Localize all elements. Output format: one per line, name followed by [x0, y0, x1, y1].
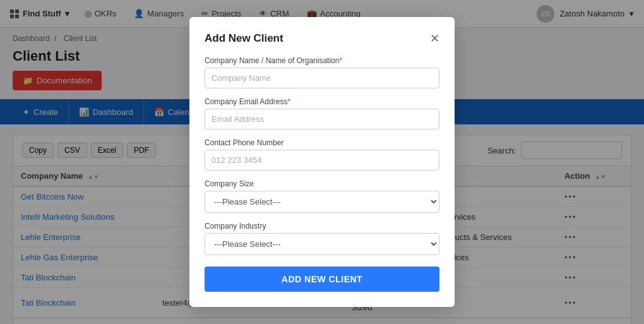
email-input[interactable]: [205, 109, 439, 129]
phone-group: Contact Phone Number: [205, 138, 439, 171]
size-label: Company Size: [205, 179, 439, 188]
modal-title: Add New Client: [205, 32, 283, 45]
industry-label: Company Industry: [205, 222, 439, 231]
modal-header: Add New Client ✕: [205, 32, 439, 45]
size-group: Company Size ---Please Select--- Small M…: [205, 179, 439, 213]
size-select[interactable]: ---Please Select--- Small Medium Sized L…: [205, 191, 439, 213]
company-name-label: Company Name / Name of Organisation*: [205, 56, 439, 65]
company-name-group: Company Name / Name of Organisation*: [205, 56, 439, 88]
email-group: Company Email Address*: [205, 97, 439, 129]
modal-overlay[interactable]: Add New Client ✕ Company Name / Name of …: [0, 0, 644, 324]
phone-input[interactable]: [205, 150, 439, 171]
industry-group: Company Industry ---Please Select--- Foo…: [205, 222, 439, 255]
modal-close-button[interactable]: ✕: [430, 33, 439, 44]
industry-select[interactable]: ---Please Select--- Food/Drink Healthcar…: [205, 233, 439, 255]
add-client-modal: Add New Client ✕ Company Name / Name of …: [189, 17, 455, 307]
company-name-input[interactable]: [205, 68, 439, 88]
phone-label: Contact Phone Number: [205, 138, 439, 147]
submit-button[interactable]: ADD NEW CLIENT: [205, 267, 439, 292]
email-label: Company Email Address*: [205, 97, 439, 106]
